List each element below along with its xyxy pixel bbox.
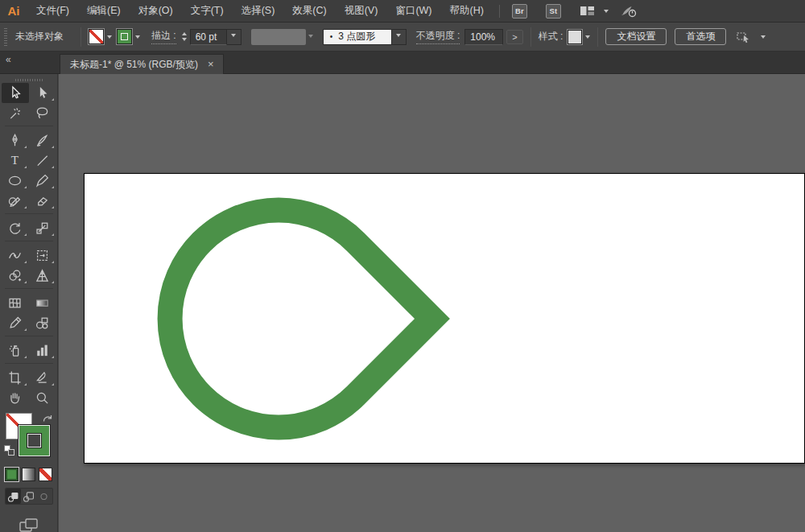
slice-tool-icon	[35, 370, 50, 386]
direct-selection-tool-icon	[35, 85, 50, 101]
chevron-down-icon	[396, 34, 401, 39]
menu-item-3[interactable]: 文字(T)	[182, 0, 233, 22]
zoom-tool-icon	[35, 390, 50, 406]
menu-item-6[interactable]: 视图(V)	[336, 0, 387, 22]
stroke-weight-dropdown[interactable]	[227, 29, 242, 45]
lasso-tool[interactable]	[29, 103, 56, 123]
fill-swatch-group[interactable]	[89, 29, 112, 44]
width-tool[interactable]	[2, 245, 29, 266]
width-profile-select[interactable]: • 3 点圆形	[323, 29, 392, 45]
blob-brush-tool[interactable]	[29, 130, 56, 151]
menu-item-1[interactable]: 编辑(E)	[78, 0, 130, 22]
workspace-switcher-icon[interactable]	[580, 5, 595, 17]
stepper-down-icon[interactable]	[182, 38, 187, 43]
opacity-label[interactable]: 不透明度 :	[416, 29, 460, 44]
active-stroke-swatch[interactable]	[19, 425, 50, 456]
document-tab[interactable]: 未标题-1* @ 51% (RGB/预览) ×	[60, 54, 224, 74]
menu-item-7[interactable]: 窗口(W)	[386, 0, 440, 22]
artboard-tool[interactable]	[2, 368, 29, 388]
column-graph-tool[interactable]	[29, 340, 56, 361]
symbol-sprayer-tool[interactable]	[2, 340, 29, 361]
blend-tool[interactable]	[29, 313, 56, 333]
stock-button[interactable]: St	[546, 4, 561, 19]
color-type-buttons	[0, 468, 57, 481]
separator	[80, 27, 81, 47]
gradient-tool[interactable]	[29, 293, 56, 313]
perspective-grid-tool[interactable]	[29, 266, 56, 286]
direct-selection-tool[interactable]	[29, 83, 56, 103]
artboard[interactable]	[84, 173, 805, 464]
screen-mode-button[interactable]	[0, 518, 57, 532]
free-transform-tool[interactable]	[29, 245, 56, 266]
cs-live-icon[interactable]	[620, 4, 638, 18]
symbol-sprayer-tool-icon	[7, 343, 23, 358]
draw-behind-mode-button[interactable]	[21, 489, 36, 504]
pencil-tool[interactable]	[2, 191, 29, 211]
ellipse-tool[interactable]	[2, 171, 29, 191]
line-segment-tool[interactable]	[29, 151, 56, 171]
gradient-button[interactable]	[22, 468, 35, 481]
scale-tool[interactable]	[29, 218, 56, 238]
document-setup-button[interactable]: 文档设置	[605, 28, 667, 45]
paintbrush-tool[interactable]	[29, 171, 56, 191]
opacity-more-button[interactable]: >	[506, 30, 522, 44]
tools-panel-grip[interactable]	[15, 79, 43, 81]
shape-builder-tool[interactable]	[2, 266, 29, 286]
style-chevron-down-icon[interactable]	[585, 35, 590, 41]
menu-item-5[interactable]: 效果(C)	[283, 0, 335, 22]
fill-none-swatch[interactable]	[89, 29, 104, 44]
select-similar-chevron-down-icon[interactable]	[761, 35, 766, 41]
draw-inside-mode-button	[36, 489, 52, 504]
stroke-weight-label[interactable]: 描边 :	[151, 29, 176, 44]
separator	[597, 27, 598, 47]
ellipse-tool-icon	[7, 173, 23, 188]
opacity-input[interactable]: 100%	[464, 29, 503, 45]
control-bar-grip[interactable]	[4, 28, 7, 46]
mesh-tool[interactable]	[2, 293, 29, 313]
color-button[interactable]	[5, 468, 19, 481]
workspace-chevron-down-icon[interactable]	[604, 10, 609, 15]
collapse-panels-icon[interactable]: «	[6, 54, 10, 65]
stroke-swatch-group[interactable]	[117, 29, 140, 44]
profile-preview-dot: •	[330, 32, 333, 41]
tab-bar: « 未标题-1* @ 51% (RGB/预览) ×	[0, 52, 805, 74]
stroke-weight-stepper[interactable]	[182, 30, 187, 43]
draw-normal-mode-button[interactable]	[6, 489, 21, 504]
stroke-color-swatch[interactable]	[117, 29, 132, 44]
menu-item-4[interactable]: 选择(S)	[233, 0, 284, 22]
menu-item-2[interactable]: 对象(O)	[130, 0, 182, 22]
fill-chevron-down-icon[interactable]	[107, 35, 112, 41]
select-similar-objects-icon[interactable]	[736, 31, 752, 43]
hand-tool[interactable]	[2, 388, 29, 408]
eyedropper-tool-icon	[7, 315, 23, 331]
menu-item-8[interactable]: 帮助(H)	[441, 0, 493, 22]
rotate-tool[interactable]	[2, 218, 29, 238]
swap-fill-stroke-icon[interactable]	[42, 412, 53, 427]
eyedropper-tool[interactable]	[2, 313, 29, 333]
width-profile-dropdown[interactable]	[392, 29, 407, 45]
selection-tool[interactable]	[2, 83, 29, 103]
stroke-chevron-down-icon[interactable]	[135, 35, 140, 41]
tab-close-icon[interactable]: ×	[208, 60, 214, 69]
stroke-swatch-hole	[27, 434, 41, 447]
stroke-weight-value[interactable]: 60 pt	[190, 29, 227, 45]
none-button[interactable]	[39, 468, 52, 481]
magic-wand-tool[interactable]	[2, 103, 29, 123]
pen-tool[interactable]	[2, 130, 29, 151]
bridge-button[interactable]: Br	[512, 4, 527, 19]
style-swatch[interactable]	[568, 30, 582, 44]
pasteboard[interactable]	[59, 74, 805, 532]
app-logo: Ai	[0, 4, 27, 18]
eraser-tool[interactable]	[29, 191, 56, 211]
slice-tool[interactable]	[29, 368, 56, 388]
teardrop-path[interactable]	[170, 210, 432, 427]
stepper-up-icon[interactable]	[182, 30, 187, 35]
zoom-tool[interactable]	[29, 388, 56, 408]
type-tool[interactable]: T	[2, 151, 29, 171]
teardrop-shape[interactable]	[85, 174, 805, 464]
menubar-separator	[499, 5, 500, 18]
width-tool-icon	[7, 248, 23, 263]
menu-item-0[interactable]: 文件(F)	[27, 0, 78, 22]
preferences-button[interactable]: 首选项	[675, 28, 726, 45]
default-fill-stroke-icon[interactable]	[4, 445, 15, 456]
